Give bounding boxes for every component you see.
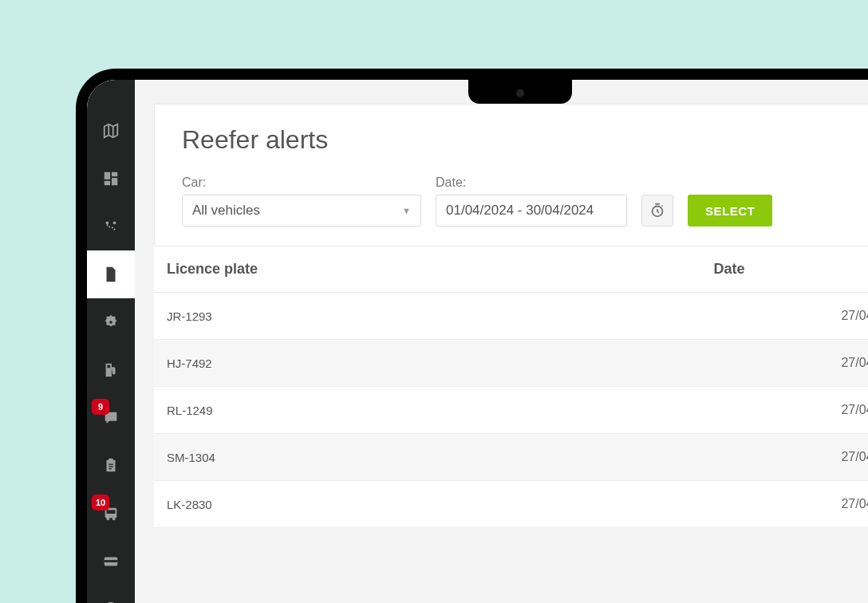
date-range-input[interactable]: 01/04/2024 - 30/04/2024 [436, 195, 627, 227]
col-licence-plate: Licence plate [154, 246, 713, 293]
date-range-value: 01/04/2024 - 30/04/2024 [446, 203, 594, 219]
cell-date: 27/04/2024 23:35 [713, 387, 868, 434]
table-row[interactable]: LK-283027/04/2024 23:32 [154, 481, 868, 528]
car-label: Car: [182, 175, 421, 190]
sidebar-item-route[interactable] [87, 203, 135, 250]
table-row[interactable]: HJ-749227/04/2024 23:35 [154, 340, 868, 387]
svg-point-8 [113, 222, 116, 225]
page-title: Reefer alerts [182, 125, 868, 155]
sidebar-item-map[interactable] [87, 107, 135, 155]
document-icon [102, 266, 120, 283]
svg-rect-5 [112, 178, 117, 185]
fleet-badge: 10 [92, 495, 109, 510]
time-picker-button[interactable] [641, 195, 673, 227]
filter-card: Reefer alerts Car: All vehicles ▼ Date: … [154, 104, 868, 246]
svg-marker-0 [105, 124, 118, 138]
cell-plate: JR-1293 [154, 293, 713, 340]
svg-point-18 [107, 518, 110, 521]
table-row[interactable]: RL-124927/04/2024 23:35 [154, 387, 868, 434]
cell-plate: SM-1304 [154, 434, 713, 481]
cell-date: 27/04/2024 23:32 [713, 481, 868, 528]
table-row[interactable]: SM-130427/04/2024 23:35 [154, 434, 868, 481]
table-wrap: Licence plate Date JR-129327/04/2024 23:… [154, 246, 868, 528]
sidebar: 9 10 [87, 80, 135, 603]
clipboard-icon [102, 457, 120, 475]
car-filter-group: Car: All vehicles ▼ [182, 175, 421, 227]
svg-point-9 [109, 321, 112, 324]
svg-rect-21 [105, 560, 118, 562]
date-label: Date: [436, 175, 627, 190]
sidebar-item-alerts[interactable] [87, 298, 135, 346]
fuel-icon [102, 361, 120, 379]
svg-rect-17 [107, 510, 116, 514]
card-icon [102, 553, 120, 570]
car-select[interactable]: All vehicles ▼ [182, 195, 421, 227]
laptop-frame: 9 10 Reefer alerts Car: [76, 69, 868, 603]
map-icon [102, 122, 120, 140]
sidebar-item-fleet[interactable]: 10 [87, 490, 135, 538]
col-date: Date [713, 246, 868, 293]
car-select-value: All vehicles [192, 203, 260, 219]
select-button[interactable]: SELECT [688, 195, 772, 227]
table-header-row: Licence plate Date [154, 246, 868, 293]
alert-badge-icon [102, 313, 120, 331]
sidebar-item-card[interactable] [87, 538, 135, 585]
messages-badge: 9 [92, 399, 109, 415]
svg-rect-6 [105, 181, 110, 186]
cell-plate: RL-1249 [154, 387, 713, 434]
sidebar-item-messages[interactable]: 9 [87, 394, 135, 442]
svg-point-19 [112, 518, 116, 521]
dashboard-icon [102, 170, 120, 187]
date-filter-group: Date: 01/04/2024 - 30/04/2024 [436, 175, 627, 227]
svg-point-7 [106, 222, 109, 225]
sidebar-item-clipboard[interactable] [87, 442, 135, 490]
route-icon [102, 218, 120, 235]
chevron-down-icon: ▼ [402, 206, 411, 215]
cell-plate: LK-2830 [154, 481, 713, 528]
sidebar-item-documents[interactable] [87, 250, 135, 298]
cell-plate: HJ-7492 [154, 340, 713, 387]
alerts-table: Licence plate Date JR-129327/04/2024 23:… [154, 246, 868, 528]
sidebar-item-account[interactable] [87, 585, 135, 603]
sidebar-item-fuel[interactable] [87, 346, 135, 394]
camera-dot [516, 89, 524, 97]
cell-date: 27/04/2024 23:35 [713, 434, 868, 481]
svg-rect-11 [107, 460, 116, 472]
svg-rect-10 [107, 365, 110, 368]
svg-rect-12 [108, 459, 113, 462]
svg-rect-4 [112, 172, 117, 177]
sidebar-item-dashboard[interactable] [87, 155, 135, 203]
content-area: Reefer alerts Car: All vehicles ▼ Date: … [135, 80, 868, 603]
cell-date: 27/04/2024 23:36 [713, 293, 868, 340]
table-row[interactable]: JR-129327/04/2024 23:36 [154, 293, 868, 340]
cell-date: 27/04/2024 23:35 [713, 340, 868, 387]
clock-icon [649, 202, 666, 219]
filter-row: Car: All vehicles ▼ Date: 01/04/2024 - 3… [182, 175, 868, 227]
svg-rect-3 [105, 172, 110, 179]
app-screen: 9 10 Reefer alerts Car: [87, 80, 868, 603]
